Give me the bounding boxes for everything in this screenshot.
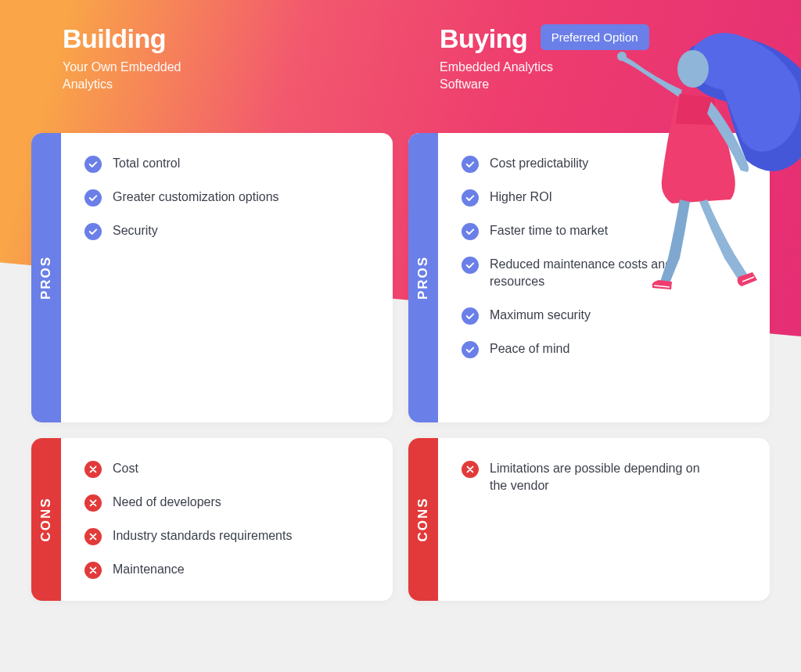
cross-icon xyxy=(84,461,102,478)
item-text: Maintenance xyxy=(113,561,185,578)
list-item: Limitations are possible depending on th… xyxy=(462,460,746,495)
cons-label: CONS xyxy=(415,497,431,541)
building-title: Building xyxy=(63,23,166,54)
check-icon xyxy=(462,189,479,207)
pros-tab: PROS xyxy=(408,133,438,422)
buying-subtitle: Embedded Analytics Software xyxy=(440,59,596,94)
pros-label: PROS xyxy=(38,256,54,300)
list-item: Cost predictability xyxy=(462,155,746,173)
buying-cons-card: CONS Limitations are possible depending … xyxy=(408,438,770,601)
item-text: Limitations are possible depending on th… xyxy=(490,460,717,495)
list-item: Reduced maintenance costs and resources xyxy=(462,256,746,291)
cons-label: CONS xyxy=(38,497,54,541)
pros-tab: PROS xyxy=(31,133,61,422)
comparison-grid: Building Your Own Embedded Analytics Buy… xyxy=(0,0,801,624)
check-icon xyxy=(84,189,102,207)
item-text: Greater customization options xyxy=(113,189,279,206)
item-text: Cost xyxy=(113,460,138,477)
list-item: Total control xyxy=(84,155,369,173)
list-item: Faster time to market xyxy=(462,222,746,240)
cross-icon xyxy=(84,562,102,579)
buying-pros-body: Cost predictability Higher ROI Faster ti… xyxy=(438,133,770,422)
building-cons-body: Cost Need of developers Industry standar… xyxy=(61,438,393,601)
building-cons-card: CONS Cost Need of developers Industry st… xyxy=(31,438,393,601)
list-item: Higher ROI xyxy=(462,189,746,207)
check-icon xyxy=(462,307,479,325)
check-icon xyxy=(84,156,102,173)
building-pros-body: Total control Greater customization opti… xyxy=(61,133,393,422)
building-subtitle: Your Own Embedded Analytics xyxy=(63,59,219,94)
item-text: Industry standards requirements xyxy=(113,527,292,544)
list-item: Security xyxy=(84,222,369,240)
check-icon xyxy=(84,223,102,240)
list-item: Maximum security xyxy=(462,307,746,325)
building-pros-card: PROS Total control Greater customization… xyxy=(31,133,393,422)
cross-icon xyxy=(84,528,102,545)
buying-title: Buying xyxy=(440,23,527,54)
building-header: Building Your Own Embedded Analytics xyxy=(31,23,393,117)
list-item: Peace of mind xyxy=(462,340,746,358)
buying-cons-body: Limitations are possible depending on th… xyxy=(438,438,770,601)
item-text: Maximum security xyxy=(490,307,591,324)
check-icon xyxy=(462,156,479,173)
item-text: Peace of mind xyxy=(490,340,569,358)
check-icon xyxy=(462,223,479,240)
item-text: Cost predictability xyxy=(490,155,588,172)
check-icon xyxy=(462,341,479,358)
cons-tab: CONS xyxy=(31,438,61,601)
list-item: Maintenance xyxy=(84,561,369,579)
list-item: Industry standards requirements xyxy=(84,527,369,545)
buying-pros-card: PROS Cost predictability Higher ROI Fast… xyxy=(408,133,770,422)
cross-icon xyxy=(462,461,479,478)
item-text: Security xyxy=(113,222,158,239)
check-icon xyxy=(462,257,479,274)
item-text: Total control xyxy=(113,155,180,172)
list-item: Cost xyxy=(84,460,369,478)
item-text: Faster time to market xyxy=(490,222,608,239)
item-text: Reduced maintenance costs and resources xyxy=(490,256,717,291)
pros-label: PROS xyxy=(415,256,431,300)
item-text: Need of developers xyxy=(113,494,221,511)
list-item: Greater customization options xyxy=(84,189,369,207)
cons-tab: CONS xyxy=(408,438,438,601)
cross-icon xyxy=(84,494,102,512)
list-item: Need of developers xyxy=(84,494,369,512)
item-text: Higher ROI xyxy=(490,189,552,206)
buying-header: Buying Preferred Option Embedded Analyti… xyxy=(408,23,770,117)
preferred-badge: Preferred Option xyxy=(541,24,649,50)
